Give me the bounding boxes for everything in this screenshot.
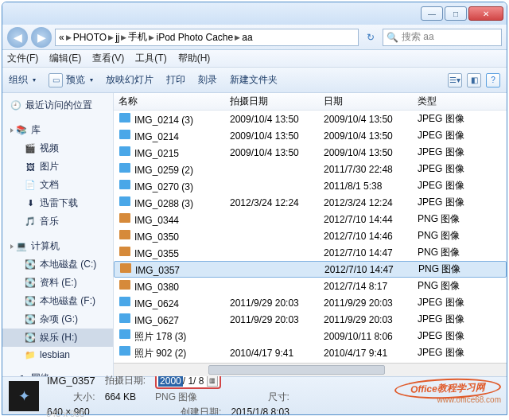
main-area: 🕘最近访问的位置 📚库 🎬视频 🖼图片 📄文档 ⬇迅雷下载 🎵音乐 💻计算机 💽… <box>2 93 507 376</box>
scrollbar-thumb[interactable] <box>208 365 385 375</box>
maximize-button[interactable]: □ <box>445 6 467 21</box>
document-icon: 📄 <box>25 180 36 191</box>
file-icon <box>119 129 131 140</box>
sidebar-pictures[interactable]: 🖼图片 <box>2 158 113 176</box>
svg-rect-7 <box>119 230 130 239</box>
year-selected[interactable]: 2000 <box>158 375 183 387</box>
sidebar-drive-g[interactable]: 💽杂项 (G:) <box>2 310 113 329</box>
close-button[interactable]: ✕ <box>468 6 503 21</box>
table-row[interactable]: 照片 902 (2)2010/4/17 9:412010/4/17 9:41JP… <box>114 344 507 361</box>
sidebar-recent[interactable]: 🕘最近访问的位置 <box>2 96 113 115</box>
menu-view[interactable]: 查看(V) <box>92 52 124 65</box>
forward-button[interactable]: ▶ <box>31 27 52 48</box>
table-row[interactable]: IMG_03572012/7/10 14:47PNG 图像 <box>114 261 507 278</box>
file-icon <box>119 212 131 224</box>
breadcrumb-segment[interactable]: PHOTO <box>73 32 107 43</box>
svg-rect-6 <box>119 213 130 223</box>
sidebar-libraries[interactable]: 📚库 <box>2 121 113 139</box>
view-mode-button[interactable]: ☰▾ <box>448 73 462 88</box>
svg-rect-10 <box>119 280 130 290</box>
svg-rect-3 <box>119 163 130 173</box>
details-created: 2015/1/8 8:03 <box>231 406 289 415</box>
table-row[interactable]: IMG_02152009/10/4 13:502009/10/4 13:50JP… <box>114 144 507 161</box>
col-name[interactable]: 名称 <box>114 95 225 108</box>
table-row[interactable]: IMG_03442012/7/10 14:44PNG 图像 <box>114 211 507 228</box>
search-icon: 🔍 <box>387 32 398 43</box>
svg-rect-4 <box>119 180 130 189</box>
table-row[interactable]: IMG_06242011/9/29 20:032011/9/29 20:03JP… <box>114 294 507 311</box>
table-row[interactable]: IMG_03552012/7/10 14:47PNG 图像 <box>114 244 507 261</box>
slideshow-button[interactable]: 放映幻灯片 <box>106 73 153 87</box>
sidebar-music[interactable]: 🎵音乐 <box>2 212 113 231</box>
sidebar-xunlei[interactable]: ⬇迅雷下载 <box>2 194 113 212</box>
video-icon: 🎬 <box>25 143 36 154</box>
print-button[interactable]: 打印 <box>166 73 185 87</box>
file-icon <box>119 329 131 340</box>
breadcrumb-segment[interactable]: jj <box>115 32 119 43</box>
label-size: 大小: <box>47 391 95 404</box>
svg-rect-0 <box>119 113 130 122</box>
breadcrumb-separator-icon: ▶ <box>66 33 72 41</box>
file-icon <box>119 296 131 307</box>
sidebar-folder-lesbian[interactable]: 📁lesbian <box>2 347 113 363</box>
breadcrumb-segment[interactable]: 手机 <box>128 30 147 44</box>
svg-rect-13 <box>119 329 130 339</box>
sidebar-documents[interactable]: 📄文档 <box>2 176 113 194</box>
file-icon <box>119 146 131 157</box>
breadcrumb-separator-icon: ▶ <box>149 33 154 41</box>
preview-pane-button[interactable]: ◧ <box>467 73 481 88</box>
table-row[interactable]: IMG_06272011/9/29 20:032011/9/29 20:03JP… <box>114 311 507 328</box>
svg-rect-11 <box>119 297 130 306</box>
breadcrumb-segment[interactable]: iPod Photo Cache <box>156 32 233 43</box>
back-button[interactable]: ◀ <box>7 27 28 48</box>
recent-icon: 🕘 <box>10 100 21 111</box>
newfolder-button[interactable]: 新建文件夹 <box>230 73 278 87</box>
file-rows: IMG_0214 (3)2009/10/4 13:502009/10/4 13:… <box>114 111 507 363</box>
horizontal-scrollbar[interactable] <box>114 363 507 376</box>
date-picker-button[interactable]: ▥ <box>207 375 218 387</box>
nav-bar: ◀ ▶ «▶PHOTO▶jj▶手机▶iPod Photo Cache▶aa ↻ … <box>2 25 507 50</box>
organize-button[interactable]: 组织▾ <box>9 73 36 87</box>
drive-icon: 💽 <box>25 314 36 325</box>
column-headers: 名称 拍摄日期 日期 类型 <box>114 93 507 111</box>
svg-rect-8 <box>119 247 130 256</box>
preview-button[interactable]: ▭预览▾ <box>49 73 93 88</box>
col-date[interactable]: 日期 <box>319 95 413 108</box>
sidebar-videos[interactable]: 🎬视频 <box>2 139 113 158</box>
file-icon <box>119 196 131 207</box>
breadcrumb-segment[interactable]: « <box>59 32 64 43</box>
details-size: 664 KB <box>105 391 146 402</box>
burn-button[interactable]: 刻录 <box>198 73 217 87</box>
breadcrumb-separator-icon: ▶ <box>108 33 114 41</box>
label-created: 创建日期: <box>155 406 221 416</box>
table-row[interactable]: IMG_02142009/10/4 13:502009/10/4 13:50JP… <box>114 127 507 144</box>
folder-icon: 📁 <box>25 349 36 360</box>
table-row[interactable]: 照片 178 (3)2009/10/11 8:06JPEG 图像 <box>114 328 507 344</box>
sidebar-computer[interactable]: 💻计算机 <box>2 237 113 255</box>
table-row[interactable]: IMG_03502012/7/10 14:46PNG 图像 <box>114 228 507 244</box>
menu-tools[interactable]: 工具(T) <box>135 52 166 65</box>
minimize-button[interactable]: — <box>421 6 443 21</box>
refresh-button[interactable]: ↻ <box>362 29 379 46</box>
preview-thumbnail: ✦ <box>9 381 39 411</box>
search-input[interactable]: 🔍 搜索 aa <box>383 29 502 46</box>
menu-help[interactable]: 帮助(H) <box>178 52 211 65</box>
sidebar: 🕘最近访问的位置 📚库 🎬视频 🖼图片 📄文档 ⬇迅雷下载 🎵音乐 💻计算机 💽… <box>2 93 114 376</box>
table-row[interactable]: IMG_0288 (3)2012/3/24 12:242012/3/24 12:… <box>114 194 507 211</box>
table-row[interactable]: IMG_03802012/7/14 8:17PNG 图像 <box>114 278 507 294</box>
col-shotdate[interactable]: 拍摄日期 <box>225 95 319 108</box>
breadcrumb[interactable]: «▶PHOTO▶jj▶手机▶iPod Photo Cache▶aa <box>55 29 359 46</box>
menu-file[interactable]: 文件(F) <box>7 52 38 65</box>
sidebar-drive-h[interactable]: 💽娱乐 (H:) <box>2 329 113 347</box>
sidebar-drive-f[interactable]: 💽本地磁盘 (F:) <box>2 292 113 310</box>
sidebar-drive-e[interactable]: 💽资料 (E:) <box>2 274 113 292</box>
table-row[interactable]: IMG_0214 (3)2009/10/4 13:502009/10/4 13:… <box>114 111 507 127</box>
table-row[interactable]: IMG_0270 (3)2011/8/1 5:38JPEG 图像 <box>114 177 507 194</box>
menu-edit[interactable]: 编辑(E) <box>49 52 81 65</box>
sidebar-drive-c[interactable]: 💽本地磁盘 (C:) <box>2 255 113 274</box>
file-icon <box>119 162 131 173</box>
help-button[interactable]: ? <box>486 73 500 88</box>
col-type[interactable]: 类型 <box>413 95 484 108</box>
table-row[interactable]: IMG_0259 (2)2011/7/30 22:48JPEG 图像 <box>114 161 507 177</box>
breadcrumb-segment[interactable]: aa <box>242 32 252 43</box>
